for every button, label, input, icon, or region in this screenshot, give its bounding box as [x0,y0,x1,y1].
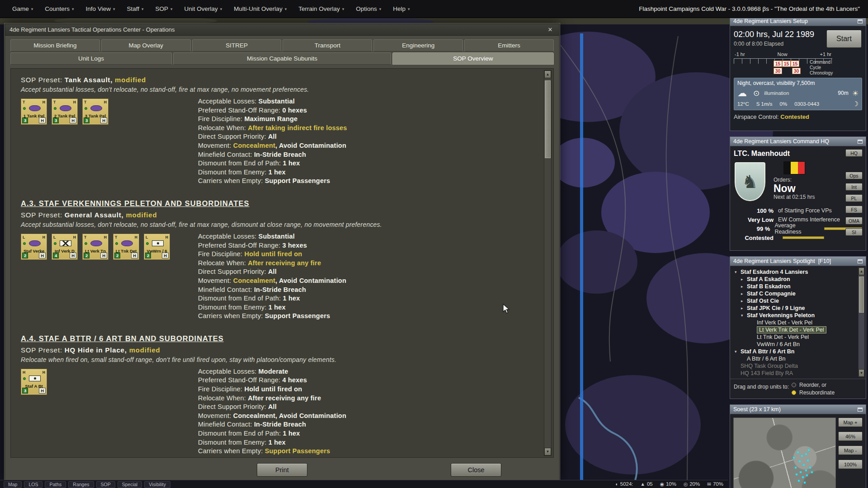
scroll-down-icon[interactable]: ▼ [859,369,864,377]
unit-counter[interactable]: H H Staf A Bt 3H [21,369,47,395]
hq-tool-button[interactable]: SI [845,228,863,236]
tree-item[interactable]: SHQ Task Group Delta [733,362,857,370]
sop-setting-row: Minefield Contact: In-Stride Breach [198,150,538,160]
hq-tool-button[interactable]: OMA [845,217,863,225]
spotlight-scrollbar[interactable]: ▲ ▼ [858,267,865,377]
hq-tool-button[interactable]: Ops [845,172,863,179]
tree-item[interactable]: Lt Verk Tnk Det - Verk Pel [733,326,857,333]
hq-button[interactable]: HQ [845,149,863,157]
counter-posture: H [131,253,138,258]
start-button[interactable]: Start [826,30,862,48]
hq-tool-button[interactable]: PL [845,194,863,202]
print-button[interactable]: Print [257,463,307,477]
cycle-value: 15 [774,61,782,67]
tree-item[interactable]: ▸Staf B Eskadron [733,283,857,290]
tab[interactable]: Emitters [464,39,554,52]
minimap-button[interactable]: Map - [838,446,863,455]
tab[interactable]: Mission Briefing [10,39,100,52]
scrollbar-thumb[interactable] [545,80,551,158]
statusbar-toggle[interactable]: LOS [24,481,42,488]
close-icon[interactable]: ✕ [546,26,555,33]
tree-chevron-icon[interactable]: ▾ [741,313,747,318]
sop-setting-row: Movement: Concealment, Avoid Contaminati… [198,277,538,286]
menu-item[interactable]: Unit Overlay▾ [179,0,228,18]
right-sidebar: 4de Regiment Lansiers Setup 02:00 hrs, J… [730,16,866,488]
tree-item[interactable]: ▸Staf JPK Cie / 9 Ligne [733,305,857,312]
tree-item[interactable]: ▾Staf Eskadron 4 Lansiers [733,268,857,276]
scroll-up-icon[interactable]: ▲ [859,267,864,275]
menu-item[interactable]: Options▾ [350,0,387,18]
tree-item[interactable]: ▸Staf C Compagnie [733,290,857,297]
statusbar-toggle[interactable]: Paths [45,481,66,488]
tab[interactable]: SOP Overview [392,52,554,65]
tree-item[interactable]: Lt Tnk Det - Verk Pel [733,333,857,341]
status-icon: ◉ [660,481,664,487]
tab[interactable]: Engineering [373,39,463,52]
minimap[interactable] [733,418,836,488]
unit-counters: T H 1 Tank Pel 3H T H [21,97,198,125]
minimap-button[interactable]: Map + [838,418,863,427]
statusbar-toggle[interactable]: SOP [96,481,115,488]
close-button[interactable]: Close [451,463,501,477]
statusbar-toggle[interactable]: Special [118,481,142,488]
menu-item[interactable]: SOP▾ [150,0,179,18]
menu-item[interactable]: Terrain Overlay▾ [292,0,350,18]
unit-counter[interactable]: L H Inf Verk D 4H [52,234,78,260]
tab[interactable]: Mission Capable Subunits [173,52,391,65]
minimap-button[interactable]: 46% [838,432,863,441]
minimap-button[interactable]: 100% [838,460,863,469]
tree-chevron-icon[interactable]: ▸ [741,299,747,303]
unit-counter[interactable]: T H Lt Verk Tn 2H [82,234,108,260]
menu-item[interactable]: Game▾ [6,0,39,18]
unit-counter[interactable]: T H 2 Tank Pel 3H [52,99,78,125]
content-scrollbar[interactable]: ▲ ▼ [544,70,552,456]
readiness-dot-icon [23,242,26,245]
tree-item[interactable]: VwWrn / 6 Art Bn [733,341,857,348]
menu-item[interactable]: Multi-Unit Overlay▾ [228,0,292,18]
tab[interactable]: SITREP [192,39,282,52]
tab[interactable]: Unit Logs [10,52,172,65]
scroll-down-icon[interactable]: ▼ [544,448,551,455]
tree-item[interactable]: Inf Verk Det - Verk Pel [733,319,857,326]
statusbar-toggle[interactable]: Visibility [144,481,170,488]
statusbar-toggle[interactable]: Ranges [68,481,94,488]
sop-section: A.4. STAF A BTTR / 6 ART BN AND SUBORDIN… [21,334,538,456]
hq-tool-button[interactable]: Int [845,183,863,191]
tree-item[interactable]: ▸Staf A Eskadron [733,276,857,283]
tree-chevron-icon[interactable]: ▸ [741,284,747,289]
menu-item[interactable]: Help▾ [387,0,415,18]
panel-expand-icon[interactable] [858,140,863,144]
tab[interactable]: Map Overlay [101,39,191,52]
scroll-up-icon[interactable]: ▲ [544,70,551,78]
menu-item[interactable]: Staff▾ [121,0,149,18]
resubordinate-option[interactable]: Resubordinate [792,389,835,396]
tab[interactable]: Transport [283,39,372,52]
menu-item[interactable]: Info View▾ [80,0,121,18]
tree-chevron-icon[interactable]: ▸ [741,277,747,282]
unit-counter[interactable]: T H 3 Tank Pel 3H [82,99,108,125]
tree-chevron-icon[interactable]: ▾ [735,349,741,354]
reorder-option[interactable]: Reorder, or [792,382,835,388]
tree-chevron-icon[interactable]: ▸ [741,291,747,296]
tree-item[interactable]: A Bttr / 6 Art Bn [733,355,857,362]
scrollbar-thumb[interactable] [859,277,864,313]
panel-expand-icon[interactable] [858,408,863,412]
unit-counter[interactable]: L H VwWrn / 6 2H [144,234,170,260]
unit-counter[interactable]: L H Staf Verke 2H [21,234,47,260]
unit-counter[interactable]: T H Lt Tnk Det 2H [113,234,139,260]
readiness-bar [783,236,824,239]
tree-item[interactable]: HQ 143 Field Bty RA [733,370,857,377]
panel-expand-icon[interactable] [858,259,863,263]
dialog-titlebar[interactable]: 4de Regiment Lansiers Tactical Operation… [5,24,559,36]
panel-expand-icon[interactable] [858,19,863,23]
tree-chevron-icon[interactable]: ▾ [735,270,741,274]
tree-item[interactable]: ▾Staf A Bttr / 6 Art Bn [733,348,857,355]
unit-counter[interactable]: T H 1 Tank Pel 3H [21,99,47,125]
statusbar-toggle[interactable]: Map [4,481,22,488]
hq-tool-button[interactable]: FS [845,206,863,213]
unit-symbol [52,105,77,112]
tree-chevron-icon[interactable]: ▸ [741,306,747,310]
menu-item[interactable]: Counters▾ [39,0,80,18]
tree-item[interactable]: ▾Staf Verkennings Peleton [733,312,857,319]
tree-item[interactable]: ▸Staf Ost Cie [733,297,857,305]
